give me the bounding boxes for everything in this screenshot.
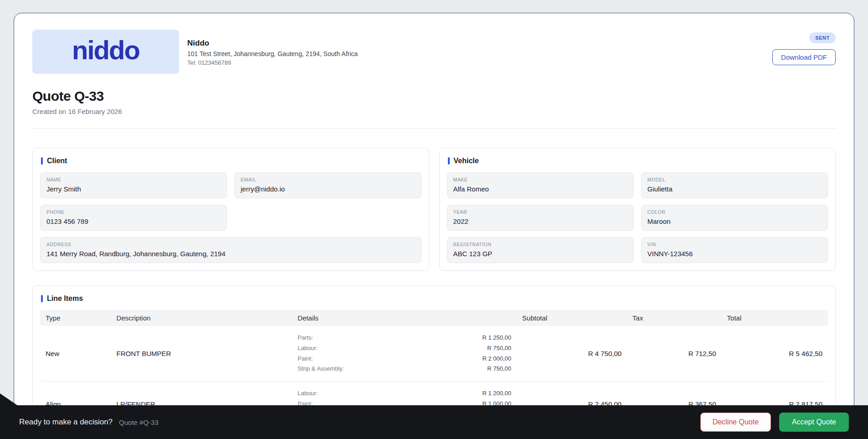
column-header-details: Details [292, 310, 517, 326]
field-label: Email [241, 177, 415, 182]
field-value: ABC 123 GP [453, 250, 627, 258]
detail-amount: R 1 200,00 [482, 388, 511, 399]
company-info: Niddo 101 Test Street, Johannesburg, Gau… [187, 30, 358, 66]
detail-line: Parts: R 1 250,00 [298, 333, 511, 343]
field-value: 141 Merry Road, Randburg, Johannesburg, … [46, 250, 415, 258]
decision-buttons: Decline Quote Accept Quote [700, 413, 849, 432]
field-vehicle-year: Year 2022 [447, 205, 634, 231]
field-vehicle-vin: VIN VINNY-123456 [641, 237, 828, 263]
decline-quote-button[interactable]: Decline Quote [700, 413, 771, 432]
vehicle-section-title: Vehicle [454, 157, 479, 165]
table-header-row: Type Description Details Subtotal Tax To… [40, 310, 828, 326]
field-label: Year [453, 209, 627, 215]
field-label: Address [46, 242, 415, 247]
detail-amount: R 1 250,00 [482, 333, 511, 343]
field-value: VINNY-123456 [647, 250, 822, 258]
decision-bar: Ready to make a decision? Quote #Q-33 De… [0, 405, 868, 439]
detail-label: Labour: [298, 388, 318, 399]
column-header-total: Total [722, 310, 828, 326]
company-logo: niddo [32, 30, 179, 74]
line-item-row: New FRONT BUMPER Parts: R 1 250,00 Labou… [40, 326, 828, 382]
detail-line: Labour: R 750,00 [298, 343, 511, 354]
column-header-tax: Tax [627, 310, 721, 326]
field-label: Model [647, 177, 822, 182]
vehicle-fields: Make Alfa Romeo Model Giulietta Year 202… [447, 172, 828, 263]
company-name: Niddo [187, 39, 358, 48]
field-value: Alfa Romeo [453, 185, 627, 193]
field-vehicle-color: Color Maroon [641, 205, 828, 231]
vehicle-section-header: Vehicle [448, 157, 827, 165]
quote-document: niddo Niddo 101 Test Street, Johannesbur… [14, 13, 854, 439]
detail-line: Strip & Assembly: R 750,00 [298, 364, 511, 374]
field-label: Registration [453, 242, 627, 247]
accept-quote-button[interactable]: Accept Quote [779, 413, 849, 432]
status-badge: SENT [809, 32, 836, 43]
detail-label: Labour: [298, 343, 318, 354]
detail-line: Paint: R 2 000,00 [298, 354, 511, 364]
item-description: FRONT BUMPER [111, 326, 293, 382]
divider [32, 128, 836, 129]
detail-amount: R 2 000,00 [482, 354, 511, 364]
field-vehicle-make: Make Alfa Romeo [447, 172, 634, 198]
column-header-type: Type [40, 310, 111, 326]
logo-text: niddo [72, 35, 139, 69]
detail-label: Strip & Assembly: [298, 364, 344, 374]
field-label: Color [647, 209, 822, 215]
section-accent-bar [448, 157, 450, 165]
corner-accent [0, 393, 17, 405]
item-subtotal: R 4 750,00 [517, 326, 627, 382]
client-card: Client Name Jerry Smith Email jerry@nidd… [32, 148, 429, 271]
line-items-section-title: Line Items [47, 294, 83, 303]
document-header: niddo Niddo 101 Test Street, Johannesbur… [32, 30, 836, 74]
info-cards-row: Client Name Jerry Smith Email jerry@nidd… [32, 148, 836, 271]
vehicle-card: Vehicle Make Alfa Romeo Model Giulietta … [439, 148, 836, 271]
field-value: jerry@niddo.io [241, 185, 415, 193]
detail-amount: R 750,00 [487, 364, 511, 374]
item-tax: R 712,50 [627, 326, 721, 382]
page-title: Quote Q-33 [32, 88, 836, 104]
download-pdf-button[interactable]: Download PDF [772, 49, 836, 65]
field-client-address: Address 141 Merry Road, Randburg, Johann… [40, 237, 421, 263]
detail-label: Parts: [298, 333, 313, 343]
field-value: Jerry Smith [46, 185, 221, 193]
field-label: VIN [647, 242, 822, 247]
company-address: 101 Test Street, Johannesburg, Gauteng, … [187, 50, 358, 57]
company-tel: Tel: 0123456789 [187, 59, 358, 66]
field-client-phone: Phone 0123 456 789 [40, 205, 227, 231]
field-vehicle-registration: Registration ABC 123 GP [447, 237, 634, 263]
header-actions: SENT Download PDF [772, 30, 836, 65]
item-details: Parts: R 1 250,00 Labour: R 750,00 Paint… [292, 326, 517, 382]
client-section-title: Client [47, 157, 67, 165]
created-date: Created on 16 February 2026 [32, 108, 836, 115]
field-value: 2022 [453, 217, 627, 225]
decision-prompt: Ready to make a decision? [19, 418, 113, 427]
item-type: New [40, 326, 111, 382]
quote-ref: Quote #Q-33 [119, 418, 159, 426]
detail-amount: R 750,00 [487, 343, 511, 354]
section-accent-bar [41, 157, 43, 165]
field-label: Make [453, 177, 627, 182]
quote-title-block: Quote Q-33 Created on 16 February 2026 [32, 88, 836, 115]
section-accent-bar [41, 295, 43, 302]
field-value: Maroon [647, 217, 822, 225]
field-value: 0123 456 789 [46, 217, 221, 225]
item-total: R 5 462,50 [722, 326, 828, 382]
detail-label: Paint: [298, 354, 313, 364]
column-header-subtotal: Subtotal [517, 310, 627, 326]
client-fields: Name Jerry Smith Email jerry@niddo.io Ph… [40, 172, 421, 263]
field-client-name: Name Jerry Smith [40, 172, 227, 198]
field-client-email: Email jerry@niddo.io [234, 172, 421, 198]
field-vehicle-model: Model Giulietta [641, 172, 828, 198]
field-value: Giulietta [647, 185, 822, 193]
client-section-header: Client [41, 157, 421, 165]
detail-line: Labour: R 1 200,00 [298, 388, 511, 399]
line-items-section-header: Line Items [41, 294, 827, 303]
field-label: Phone [46, 209, 221, 215]
column-header-description: Description [111, 310, 293, 326]
field-label: Name [46, 177, 221, 182]
